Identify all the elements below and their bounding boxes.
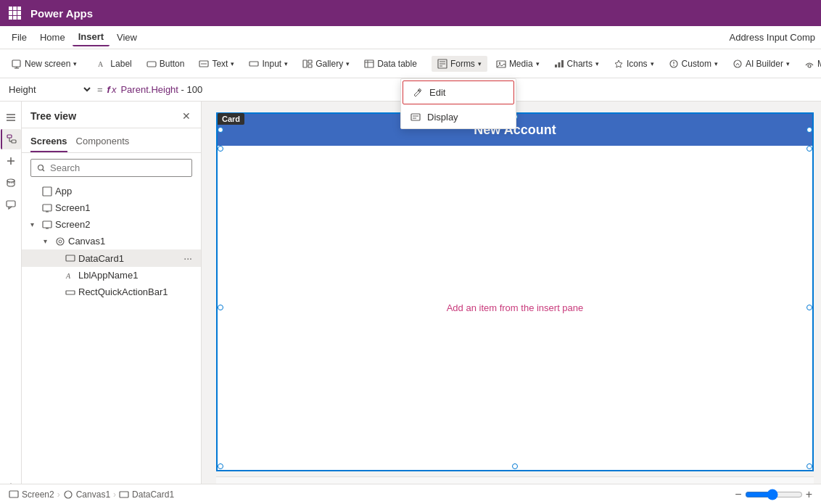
toolbar-data-table-label: Data table [377, 59, 417, 69]
charts-chevron: ▾ [595, 60, 599, 67]
toolbar-mixed-reality[interactable]: Mixed Reality ▾ [799, 56, 821, 72]
sidebar-icon-plus[interactable] [1, 151, 21, 171]
tree-item-datacard1[interactable]: DataCard1 ··· [22, 249, 201, 267]
menu-file[interactable]: File [6, 29, 33, 46]
forms-dropdown-menu: Edit Display [400, 78, 516, 129]
tree-item-screen2[interactable]: ▾ Screen2 [22, 216, 201, 233]
tree-item-canvas1[interactable]: ▾ Canvas1 [22, 233, 201, 249]
new-screen-chevron: ▾ [73, 60, 77, 67]
svg-rect-45 [43, 205, 51, 211]
media-chevron: ▾ [536, 60, 540, 67]
svg-point-52 [59, 240, 62, 243]
edit-icon [412, 88, 424, 98]
toolbar-media-label: Media [509, 59, 533, 69]
toolbar-custom[interactable]: Custom ▾ [663, 56, 724, 72]
menu-insert[interactable]: Insert [73, 28, 110, 46]
rect-icon [65, 287, 75, 297]
toolbar-button-label: Button [160, 59, 185, 69]
tree-item-app-label: App [55, 186, 72, 197]
x-icon: x [112, 84, 117, 95]
zoom-controls: − + [735, 488, 812, 501]
formula-op: - [178, 84, 187, 95]
sidebar-icon-hamburger[interactable] [1, 107, 21, 128]
screen2-icon [42, 220, 52, 230]
svg-rect-21 [558, 62, 560, 67]
dropdown-item-edit[interactable]: Edit [403, 80, 514, 104]
gallery-chevron: ▾ [346, 60, 350, 67]
canvas1-chevron: ▾ [44, 237, 52, 245]
svg-point-61 [65, 491, 72, 498]
svg-rect-33 [12, 140, 16, 143]
fx-button[interactable]: f x [107, 84, 117, 95]
tree-tab-screens[interactable]: Screens [30, 133, 67, 152]
tree-header: Tree view ✕ [22, 102, 201, 128]
sidebar-icon-database[interactable] [1, 173, 21, 193]
svg-rect-53 [66, 255, 75, 261]
toolbar-forms-label: Forms [450, 59, 475, 69]
menu-bar: File Home Insert View Address Input Comp [0, 26, 821, 49]
screen1-icon [42, 203, 52, 213]
svg-point-28 [808, 65, 811, 67]
property-select[interactable]: Height [6, 83, 93, 96]
toolbar-charts[interactable]: Charts ▾ [548, 56, 605, 72]
zoom-minus-btn[interactable]: − [735, 488, 741, 501]
toolbar-input[interactable]: Input ▾ [243, 56, 294, 72]
toolbar-input-label: Input [262, 59, 281, 69]
formula-num: 100 [187, 84, 203, 95]
svg-rect-40 [7, 201, 15, 207]
toolbar-new-screen[interactable]: New screen ▾ [6, 56, 83, 72]
toolbar-icons[interactable]: Icons ▾ [608, 56, 660, 72]
tree-item-canvas1-label: Canvas1 [68, 236, 105, 247]
canvas-breadcrumb-icon [63, 489, 73, 500]
breadcrumb-datacard1[interactable]: DataCard1 [132, 489, 174, 500]
datacard1-more-button[interactable]: ··· [183, 252, 192, 264]
menu-home[interactable]: Home [34, 29, 71, 46]
tree-close-button[interactable]: ✕ [181, 109, 192, 123]
tree-item-rectquickactionbar1[interactable]: RectQuickActionBar1 [22, 284, 201, 300]
svg-rect-44 [43, 187, 51, 196]
input-chevron: ▾ [284, 60, 288, 67]
sidebar-icon-tree[interactable] [1, 129, 21, 149]
zoom-plus-btn[interactable]: + [806, 488, 812, 501]
forms-chevron: ▾ [478, 60, 482, 67]
toolbar-ai-builder[interactable]: AI Builder ▾ [727, 56, 796, 72]
svg-point-19 [499, 62, 500, 63]
breadcrumb-canvas1[interactable]: Canvas1 [76, 489, 110, 500]
toolbar-gallery[interactable]: Gallery ▾ [297, 56, 355, 72]
tree-item-lblappname1[interactable]: A LblAppName1 [22, 267, 201, 284]
toolbar-label[interactable]: A Label [91, 56, 137, 72]
zoom-slider[interactable] [745, 489, 803, 500]
handle-bot-right [806, 463, 812, 469]
app-grid-icon[interactable] [9, 7, 22, 20]
datacard1-icon [65, 253, 75, 263]
tree-tabs: Screens Components [22, 128, 201, 153]
canvas-inner[interactable]: Card New Account Add an item from the in… [216, 112, 814, 471]
equals-sign: = [97, 84, 103, 95]
tree-item-app[interactable]: App [22, 183, 201, 199]
toolbar-media[interactable]: Media ▾ [490, 56, 545, 72]
top-bar: Power Apps [0, 0, 821, 26]
app-icon [42, 186, 52, 197]
tree-tab-components[interactable]: Components [76, 133, 130, 152]
bottom-bar: Screen2 › Canvas1 › DataCard1 − + [0, 484, 821, 504]
toolbar-text[interactable]: Text ▾ [193, 56, 240, 72]
search-input[interactable] [50, 162, 186, 173]
toolbar-data-table[interactable]: Data table [358, 56, 423, 72]
app-title: Power Apps [30, 7, 93, 20]
screen2-chevron: ▾ [30, 220, 39, 228]
handle-bot-left [218, 463, 223, 469]
handle-body-right-mid [806, 305, 812, 310]
sidebar-icon-chat[interactable] [1, 194, 21, 215]
menu-view[interactable]: View [111, 29, 143, 46]
toolbar-button[interactable]: Button [141, 56, 191, 72]
dropdown-item-display[interactable]: Display [401, 106, 516, 128]
breadcrumb: Screen2 › Canvas1 › DataCard1 [9, 489, 174, 500]
breadcrumb-screen2[interactable]: Screen2 [22, 489, 54, 500]
svg-rect-22 [561, 60, 564, 67]
icons-chevron: ▾ [651, 60, 654, 67]
tree-panel: Tree view ✕ Screens Components App [22, 102, 202, 504]
display-icon [410, 112, 421, 123]
tree-item-screen1[interactable]: Screen1 [22, 199, 201, 216]
toolbar-forms[interactable]: Forms ▾ [432, 56, 487, 72]
toolbar-ai-builder-label: AI Builder [746, 59, 783, 69]
